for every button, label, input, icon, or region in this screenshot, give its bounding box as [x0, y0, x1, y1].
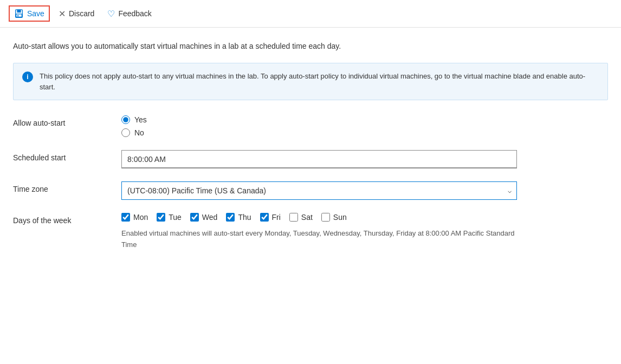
- checkbox-sat-input[interactable]: [289, 213, 298, 222]
- info-text: This policy does not apply auto-start to…: [40, 71, 599, 92]
- allow-autostart-row: Allow auto-start Yes No: [13, 115, 608, 137]
- main-content: Auto-start allows you to automatically s…: [0, 28, 621, 264]
- radio-no-item[interactable]: No: [121, 128, 517, 137]
- checkbox-thu-label: Thu: [238, 213, 251, 222]
- feedback-icon: ♡: [107, 9, 115, 19]
- allow-autostart-label: Allow auto-start: [13, 115, 121, 127]
- svg-rect-1: [17, 10, 21, 12]
- checkbox-tue-item[interactable]: Tue: [157, 213, 182, 222]
- svg-rect-3: [17, 15, 18, 17]
- feedback-label: Feedback: [118, 9, 151, 18]
- allow-autostart-control: Yes No: [121, 115, 517, 137]
- autostart-summary: Enabled virtual machines will auto-start…: [121, 228, 517, 251]
- timezone-select[interactable]: (UTC-08:00) Pacific Time (US & Canada): [121, 181, 517, 200]
- days-label: Days of the week: [13, 213, 121, 225]
- save-icon: [14, 9, 24, 18]
- timezone-label: Time zone: [13, 181, 121, 193]
- page-description: Auto-start allows you to automatically s…: [13, 41, 608, 52]
- checkbox-sat-label: Sat: [301, 213, 313, 222]
- radio-group: Yes No: [121, 115, 517, 137]
- checkbox-sat-item[interactable]: Sat: [289, 213, 313, 222]
- checkbox-mon-input[interactable]: [121, 213, 130, 222]
- toolbar: Save ✕ Discard ♡ Feedback: [0, 0, 621, 28]
- timezone-row: Time zone (UTC-08:00) Pacific Time (US &…: [13, 181, 608, 200]
- radio-no-input[interactable]: [121, 128, 130, 137]
- checkbox-fri-item[interactable]: Fri: [260, 213, 281, 222]
- radio-yes-label: Yes: [134, 115, 147, 124]
- checkbox-sun-label: Sun: [333, 213, 347, 222]
- form-section: Allow auto-start Yes No Scheduled start: [13, 115, 608, 251]
- checkbox-mon-label: Mon: [133, 213, 148, 222]
- timezone-control: (UTC-08:00) Pacific Time (US & Canada) ⌵: [121, 181, 517, 200]
- info-icon: i: [22, 72, 33, 82]
- scheduled-start-input[interactable]: [121, 150, 517, 168]
- feedback-button[interactable]: ♡ Feedback: [103, 6, 156, 21]
- discard-label: Discard: [69, 9, 94, 18]
- radio-yes-input[interactable]: [121, 115, 130, 124]
- days-control: Mon Tue Wed Thu: [121, 213, 517, 251]
- discard-button[interactable]: ✕ Discard: [54, 6, 99, 21]
- checkbox-row: Mon Tue Wed Thu: [121, 213, 517, 222]
- scheduled-start-label: Scheduled start: [13, 150, 121, 162]
- checkbox-sun-item[interactable]: Sun: [321, 213, 347, 222]
- checkbox-sun-input[interactable]: [321, 213, 330, 222]
- svg-rect-2: [16, 14, 22, 17]
- checkbox-mon-item[interactable]: Mon: [121, 213, 148, 222]
- checkbox-thu-item[interactable]: Thu: [226, 213, 251, 222]
- days-row: Days of the week Mon Tue Wed: [13, 213, 608, 251]
- checkbox-thu-input[interactable]: [226, 213, 235, 222]
- scheduled-start-control: [121, 150, 517, 168]
- checkbox-wed-item[interactable]: Wed: [190, 213, 218, 222]
- checkbox-fri-label: Fri: [272, 213, 281, 222]
- checkbox-fri-input[interactable]: [260, 213, 269, 222]
- radio-yes-item[interactable]: Yes: [121, 115, 517, 124]
- save-button[interactable]: Save: [9, 5, 50, 22]
- checkbox-tue-label: Tue: [169, 213, 182, 222]
- checkbox-tue-input[interactable]: [157, 213, 165, 222]
- radio-no-label: No: [134, 128, 144, 137]
- scheduled-start-row: Scheduled start: [13, 150, 608, 168]
- discard-icon: ✕: [59, 9, 66, 19]
- save-label: Save: [27, 9, 44, 18]
- checkbox-wed-input[interactable]: [190, 213, 199, 222]
- timezone-select-wrapper: (UTC-08:00) Pacific Time (US & Canada) ⌵: [121, 181, 517, 200]
- checkbox-wed-label: Wed: [202, 213, 218, 222]
- info-box: i This policy does not apply auto-start …: [13, 63, 608, 100]
